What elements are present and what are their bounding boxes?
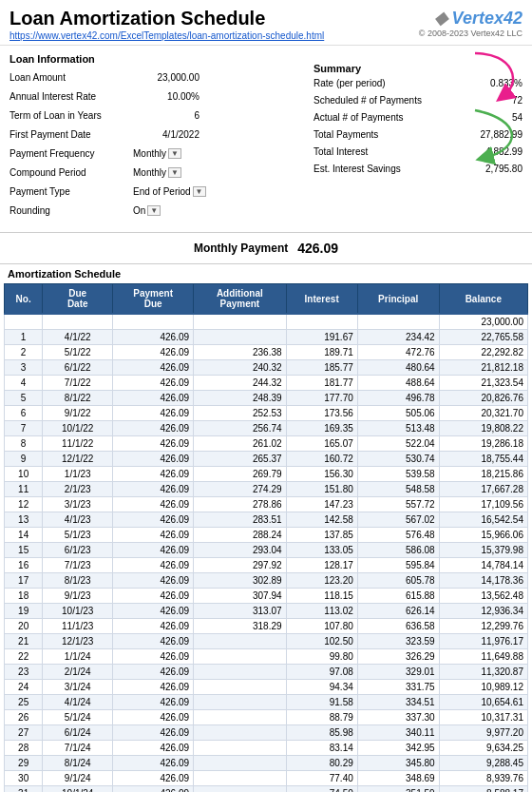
first-payment-label: First Payment Date [10, 129, 133, 140]
table-row: 3110/1/24426.0974.50351.598,588.17 [5, 786, 528, 793]
table-row: 14/1/22426.09191.67234.4222,765.58 [5, 330, 528, 345]
interest-savings-label: Est. Interest Savings [314, 164, 401, 179]
monthly-payment-label: Monthly Payment [194, 241, 288, 255]
term-value: 6 [133, 110, 200, 121]
table-row: 23,000.00 [5, 314, 528, 330]
actual-payments-label: Actual # of Payments [314, 112, 404, 127]
table-row: 145/1/23426.09288.24137.85576.4815,966.0… [5, 528, 528, 543]
rounding-value[interactable]: On ▼ [133, 205, 200, 216]
main-top: Loan Information Loan Amount 23,000.00 A… [0, 46, 532, 228]
col-payment-due: PaymentDue [113, 284, 194, 315]
table-row: 221/1/24426.0999.80326.2911,649.88 [5, 649, 528, 665]
table-row: 811/1/22426.09261.02165.07522.0419,286.1… [5, 436, 528, 452]
col-due-date: DueDate [43, 284, 113, 315]
loan-amount-value: 23,000.00 [133, 72, 200, 83]
copyright: © 2008-2023 Vertex42 LLC [419, 29, 522, 38]
rate-row: Rate (per period) 0.833% [314, 78, 522, 93]
compound-period-value[interactable]: Monthly ▼ [133, 167, 200, 178]
header-right: ◆ Vertex42 © 2008-2023 Vertex42 LLC [419, 8, 522, 38]
rate-label: Rate (per period) [314, 78, 386, 93]
table-row: 1910/1/23426.09313.07113.02626.1412,936.… [5, 604, 528, 619]
table-row: 232/1/24426.0997.08329.0111,320.87 [5, 665, 528, 680]
payment-freq-value[interactable]: Monthly ▼ [133, 148, 200, 159]
table-row: 112/1/23426.09274.29151.80548.5817,667.2… [5, 482, 528, 497]
table-row: 69/1/22426.09252.53173.56505.0620,321.70 [5, 406, 528, 421]
compound-period-row: Compound Period Monthly ▼ [10, 164, 304, 181]
table-row: 2011/1/23426.09318.29107.80636.5812,299.… [5, 619, 528, 634]
total-payments-row: Total Payments 27,882.99 [314, 129, 522, 145]
total-interest-row: Total Interest 4,882.99 [314, 146, 522, 162]
col-interest: Interest [286, 284, 357, 315]
summary-title: Summary [314, 63, 522, 74]
table-row: 178/1/23426.09302.89123.20605.7814,178.3… [5, 573, 528, 589]
term-label: Term of Loan in Years [10, 110, 133, 121]
table-row: 309/1/24426.0977.40348.698,939.76 [5, 771, 528, 786]
payment-freq-dropdown[interactable]: ▼ [168, 148, 181, 159]
monthly-payment-section: Monthly Payment 426.09 [0, 232, 532, 264]
col-balance: Balance [439, 284, 527, 315]
amort-section: Amortization Schedule No. DueDate Paymen… [0, 268, 532, 792]
table-row: 123/1/23426.09278.86147.23557.7217,109.5… [5, 497, 528, 512]
rounding-dropdown[interactable]: ▼ [147, 205, 161, 216]
interest-rate-value: 10.00% [133, 91, 200, 102]
table-row: 156/1/23426.09293.04133.05586.0815,379.9… [5, 543, 528, 558]
interest-rate-label: Annual Interest Rate [10, 91, 133, 102]
table-row: 912/1/22426.09265.37160.72530.7418,755.4… [5, 452, 528, 467]
actual-payments-row: Actual # of Payments 54 [314, 112, 522, 127]
payment-type-value[interactable]: End of Period ▼ [133, 186, 206, 197]
table-row: 265/1/24426.0988.79337.3010,317.31 [5, 710, 528, 725]
first-payment-row: First Payment Date 4/1/2022 [10, 126, 304, 143]
table-row: 243/1/24426.0994.34331.7510,989.12 [5, 680, 528, 695]
payment-freq-label: Payment Frequency [10, 148, 133, 159]
scheduled-payments-label: Scheduled # of Payments [314, 95, 422, 110]
payment-type-label: Payment Type [10, 186, 133, 197]
rounding-row: Rounding On ▼ [10, 202, 304, 219]
table-row: 58/1/22426.09248.39177.70496.7820,826.76 [5, 391, 528, 406]
compound-period-label: Compound Period [10, 167, 133, 178]
table-header-row: No. DueDate PaymentDue AdditionalPayment… [5, 284, 528, 315]
compound-period-dropdown[interactable]: ▼ [168, 167, 181, 178]
col-no: No. [5, 284, 43, 315]
page-title: Loan Amortization Schedule [10, 8, 324, 29]
scheduled-payments-row: Scheduled # of Payments 72 [314, 95, 522, 110]
page-header: Loan Amortization Schedule https://www.v… [0, 0, 532, 46]
scheduled-payments-value: 72 [512, 95, 522, 110]
monthly-payment-value: 426.09 [297, 241, 338, 256]
actual-payments-value: 54 [512, 112, 522, 127]
payment-type-row: Payment Type End of Period ▼ [10, 183, 304, 200]
summary-section: Summary Rate (per period) 0.833% Schedul… [314, 53, 522, 221]
table-row: 36/1/22426.09240.32185.77480.6421,812.18 [5, 360, 528, 376]
loan-amount-row: Loan Amount 23,000.00 [10, 68, 304, 86]
payment-type-dropdown[interactable]: ▼ [193, 186, 206, 197]
first-payment-value: 4/1/2022 [133, 129, 200, 140]
table-row: 276/1/24426.0985.98340.119,977.20 [5, 725, 528, 741]
rounding-label: Rounding [10, 205, 133, 216]
header-left: Loan Amortization Schedule https://www.v… [10, 8, 324, 41]
rate-value: 0.833% [490, 78, 522, 93]
loan-info-section: Loan Information Loan Amount 23,000.00 A… [10, 53, 304, 221]
table-row: 287/1/24426.0983.14342.959,634.25 [5, 741, 528, 756]
table-row: 167/1/23426.09297.92128.17595.8414,784.1… [5, 558, 528, 573]
table-row: 189/1/23426.09307.94118.15615.8813,562.4… [5, 589, 528, 604]
term-row: Term of Loan in Years 6 [10, 106, 304, 124]
interest-savings-value: 2,795.80 [485, 164, 522, 179]
total-payments-value: 27,882.99 [481, 129, 523, 145]
interest-savings-row: Est. Interest Savings 2,795.80 [314, 164, 522, 179]
header-url[interactable]: https://www.vertex42.com/ExcelTemplates/… [10, 30, 324, 41]
col-additional-payment: AdditionalPayment [194, 284, 286, 315]
loan-amount-label: Loan Amount [10, 72, 133, 83]
total-payments-label: Total Payments [314, 129, 378, 145]
payment-freq-row: Payment Frequency Monthly ▼ [10, 145, 304, 162]
loan-info-title: Loan Information [10, 53, 304, 65]
logo: ◆ Vertex42 [419, 8, 522, 29]
table-row: 710/1/22426.09256.74169.35513.4819,808.2… [5, 421, 528, 436]
amort-table: No. DueDate PaymentDue AdditionalPayment… [4, 283, 528, 792]
table-row: 2112/1/23426.09102.50323.5911,976.17 [5, 634, 528, 649]
table-row: 298/1/24426.0980.29345.809,288.45 [5, 756, 528, 771]
interest-rate-row: Annual Interest Rate 10.00% [10, 87, 304, 105]
total-interest-label: Total Interest [314, 146, 368, 162]
table-row: 47/1/22426.09244.32181.77488.6421,323.54 [5, 376, 528, 391]
table-row: 101/1/23426.09269.79156.30539.5818,215.8… [5, 467, 528, 482]
amort-title: Amortization Schedule [4, 268, 528, 280]
total-interest-value: 4,882.99 [485, 146, 522, 162]
